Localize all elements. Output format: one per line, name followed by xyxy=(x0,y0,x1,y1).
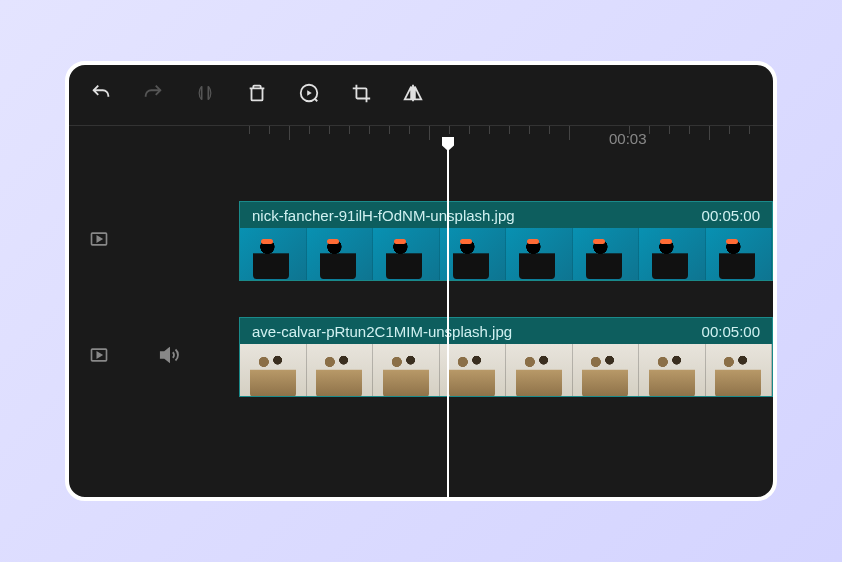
undo-button[interactable] xyxy=(89,81,113,105)
crop-button[interactable] xyxy=(349,81,373,105)
track-controls xyxy=(69,229,239,253)
delete-button[interactable] xyxy=(245,81,269,105)
time-marker: 00:03 xyxy=(609,130,647,147)
tracks-area: nick-fancher-91ilH-fOdNM-unsplash.jpg 00… xyxy=(69,153,773,405)
clip-2[interactable]: ave-calvar-pRtun2C1MIM-unsplash.jpg 00:0… xyxy=(239,317,773,397)
clip-1[interactable]: nick-fancher-91ilH-fOdNM-unsplash.jpg 00… xyxy=(239,201,773,281)
clip-thumbnails xyxy=(240,344,772,397)
speed-button[interactable] xyxy=(297,81,321,105)
clip-filename: ave-calvar-pRtun2C1MIM-unsplash.jpg xyxy=(252,323,512,340)
mirror-button[interactable] xyxy=(401,81,425,105)
audio-icon[interactable] xyxy=(159,344,181,370)
video-track-1: nick-fancher-91ilH-fOdNM-unsplash.jpg 00… xyxy=(69,193,773,289)
clip-duration: 00:05:00 xyxy=(702,207,760,224)
video-track-icon[interactable] xyxy=(89,229,109,253)
video-track-2: ave-calvar-pRtun2C1MIM-unsplash.jpg 00:0… xyxy=(69,309,773,405)
video-track-icon[interactable] xyxy=(89,345,109,369)
redo-button[interactable] xyxy=(141,81,165,105)
editor-window: 00:03 nick-fancher-91ilH-fOdNM-unsplash.… xyxy=(65,61,777,501)
playhead[interactable] xyxy=(447,149,449,497)
toolbar xyxy=(69,65,773,121)
track-controls xyxy=(69,344,239,370)
split-button[interactable] xyxy=(193,81,217,105)
timeline-ruler[interactable]: 00:03 xyxy=(69,125,773,153)
clip-filename: nick-fancher-91ilH-fOdNM-unsplash.jpg xyxy=(252,207,515,224)
clip-duration: 00:05:00 xyxy=(702,323,760,340)
clip-thumbnails xyxy=(240,228,772,281)
